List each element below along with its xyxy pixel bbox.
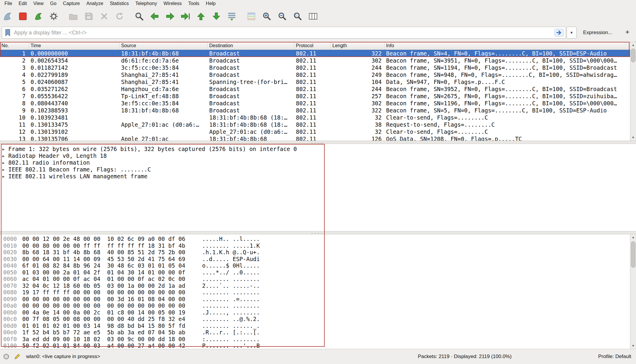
packet-list-scrollbar[interactable]: ▲ ▼ — [630, 42, 636, 141]
packet-row[interactable]: 4 0.022799189 Shanghai_27:85:41 Broadcas… — [0, 71, 636, 78]
menu-file[interactable]: File — [1, 0, 15, 7]
menu-telephony[interactable]: Telephony — [132, 0, 160, 7]
pane-splitter[interactable]: ···· — [0, 231, 636, 234]
reload-file-button[interactable] — [113, 9, 126, 23]
zoom-in-button[interactable] — [260, 9, 274, 23]
expander-icon[interactable]: ▶ — [2, 166, 4, 173]
zoom-original-button[interactable]: 1:1 — [291, 9, 304, 23]
packet-row[interactable]: 11 0.130133475 Apple_27:01:ac (d0:a6:… 1… — [0, 121, 636, 128]
capture-comment-icon[interactable] — [14, 353, 21, 360]
detail-line[interactable]: ▶802.11 radio information — [0, 159, 636, 166]
column-header-protocol[interactable]: Protocol — [294, 42, 331, 50]
column-header-length[interactable]: Length — [331, 42, 385, 50]
scrollbar-thumb[interactable] — [631, 49, 635, 62]
expert-info-icon[interactable] — [4, 354, 9, 359]
scrollbar-thumb[interactable] — [631, 241, 635, 268]
hex-row[interactable]: 00208b 68 18 31 bf 4b 8b 68 40 00 85 51 … — [0, 249, 636, 256]
pane-splitter[interactable]: ···· — [0, 141, 636, 144]
detail-line[interactable]: ▶IEEE 802.11 wireless LAN management fra… — [0, 173, 636, 180]
find-packet-button[interactable] — [132, 9, 146, 23]
detail-line[interactable]: ▶IEEE 802.11 Beacon frame, Flags: ......… — [0, 166, 636, 173]
profile-selector[interactable]: Profile: Default — [598, 354, 632, 360]
scroll-up-icon[interactable]: ▲ — [630, 42, 636, 48]
zoom-out-button[interactable] — [275, 9, 289, 23]
resize-columns-button[interactable] — [306, 9, 320, 23]
hex-row[interactable]: 008019 17 ff ff ff 00 00 00 00 00 00 00 … — [0, 289, 636, 296]
hex-row[interactable]: 005001 03 00 00 2a 01 04 2f 01 04 30 14 … — [0, 269, 636, 276]
go-forward-button[interactable] — [163, 9, 177, 23]
menu-analyze[interactable]: Analyze — [83, 0, 107, 7]
menu-wireless[interactable]: Wireless — [160, 0, 185, 7]
hex-row[interactable]: 001000 00 80 00 00 00 ff ff ff ff ff ff … — [0, 242, 636, 249]
packet-row[interactable]: 12 0.130139102 Apple_27:01:ac (d0:a6:… 8… — [0, 128, 636, 135]
menu-statistics[interactable]: Statistics — [107, 0, 132, 7]
colorize-button[interactable] — [245, 9, 258, 23]
column-header-source[interactable]: Source — [120, 42, 208, 50]
menu-bar: File Edit View Go Capture Analyze Statis… — [0, 0, 636, 7]
stop-capture-button[interactable] — [16, 9, 30, 23]
auto-scroll-button[interactable] — [225, 9, 239, 23]
hex-row[interactable]: 00406f 01 08 82 84 8b 96 24 30 48 6c 03 … — [0, 262, 636, 269]
save-file-button[interactable] — [82, 9, 96, 23]
expression-button[interactable]: Expression... — [581, 28, 615, 37]
detail-line[interactable]: ▶Radiotap Header v0, Length 18 — [0, 152, 636, 159]
column-header-destination[interactable]: Destination — [208, 42, 294, 50]
packet-row[interactable]: 7 0.055536422 Tp-LinkT_ef:48:88 Broadcas… — [0, 93, 636, 100]
hex-row[interactable]: 00f03a ed dd 09 00 10 18 02 03 00 9c 00 … — [0, 336, 636, 343]
menu-go[interactable]: Go — [47, 0, 60, 7]
expander-icon[interactable]: ▶ — [2, 173, 4, 180]
bytes-scrollbar[interactable]: ▲ ▼ — [630, 234, 636, 349]
filter-bookmark-icon[interactable] — [4, 28, 11, 37]
go-last-button[interactable] — [210, 9, 223, 23]
column-header-no[interactable]: No. — [0, 42, 29, 50]
capture-options-button[interactable] — [47, 9, 61, 23]
hex-row[interactable]: 010050 f2 02 01 01 84 00 03 a4 00 00 27 … — [0, 342, 636, 349]
restart-capture-button[interactable] — [31, 9, 45, 23]
scroll-up-icon[interactable]: ▲ — [630, 234, 636, 240]
close-file-button[interactable] — [97, 9, 111, 23]
packet-row[interactable]: 2 0.002654354 d6:61:fe:cd:7a:6e Broadcas… — [0, 57, 636, 64]
menu-view[interactable]: View — [30, 0, 47, 7]
packet-row[interactable]: 6 0.035271262 Hangzhou_cd:7a:6e Broadcas… — [0, 85, 636, 93]
hex-row[interactable]: 00d001 01 01 02 01 00 03 14 98 d8 bd b4 … — [0, 322, 636, 329]
cell-info: Clear-to-send, Flags=........C — [385, 128, 636, 135]
column-header-time[interactable]: Time — [29, 42, 120, 50]
go-first-button[interactable] — [194, 9, 208, 23]
start-capture-button[interactable] — [1, 9, 14, 23]
menu-edit[interactable]: Edit — [15, 0, 30, 7]
hex-row[interactable]: 0060ac 04 01 00 00 0f ac 04 01 00 00 0f … — [0, 276, 636, 282]
scroll-down-icon[interactable]: ▼ — [630, 135, 636, 141]
open-file-button[interactable] — [66, 9, 80, 23]
packet-row[interactable]: 5 0.024060087 Shanghai_27:85:41 Spanning… — [0, 78, 636, 85]
hex-row[interactable]: 00c000 7f 08 05 00 08 00 00 00 00 40 dd … — [0, 316, 636, 322]
filter-apply-icon[interactable] — [554, 29, 564, 36]
hex-row[interactable]: 009000 00 00 00 00 00 00 00 00 3d 16 01 … — [0, 296, 636, 303]
packet-row[interactable]: 3 0.011827142 3c:f5:cc:0e:35:84 Broadcas… — [0, 64, 636, 71]
packet-row[interactable]: 8 0.080443740 3e:f5:cc:0e:35:84 Broadcas… — [0, 100, 636, 107]
hex-row[interactable]: 003000 00 64 00 11 14 00 09 45 53 50 2d … — [0, 256, 636, 263]
packet-row[interactable]: 1 0.000000000 18:31:bf:4b:8b:68 Broadcas… — [0, 50, 636, 57]
display-filter-input[interactable]: Apply a display filter ... <Ctrl-/> — [2, 27, 566, 39]
expander-icon[interactable]: ▶ — [2, 153, 4, 160]
go-back-button[interactable] — [148, 9, 161, 23]
go-to-packet-button[interactable] — [179, 9, 192, 23]
scroll-down-icon[interactable]: ▼ — [630, 343, 636, 349]
detail-line[interactable]: ▶Frame 1: 322 bytes on wire (2576 bits),… — [0, 146, 636, 152]
packet-row[interactable]: 9 0.102388593 18:31:bf:4b:8b:68 Broadcas… — [0, 107, 636, 114]
menu-capture[interactable]: Capture — [60, 0, 83, 7]
expander-icon[interactable]: ▶ — [2, 146, 4, 153]
hex-row[interactable]: 00b000 4a 0e 14 00 0a 00 2c 01 c8 00 14 … — [0, 309, 636, 316]
packet-row[interactable]: 10 0.103923481 18:31:bf:4b:8b:68 (18:… 8… — [0, 114, 636, 121]
arrow-down-icon — [211, 11, 221, 21]
column-header-info[interactable]: Info — [385, 42, 636, 50]
expander-icon[interactable]: ▶ — [2, 160, 4, 166]
add-filter-button[interactable]: + — [622, 28, 632, 37]
hex-ascii: ....*../ ..0..... — [202, 269, 260, 276]
filter-dropdown-button[interactable]: ▾ — [567, 27, 577, 39]
hex-row[interactable]: 00a000 00 00 00 00 00 00 00 00 00 00 00 … — [0, 302, 636, 309]
hex-row[interactable]: 00e01f 52 b4 b5 b7 72 ae e5 5b ab 3a ed … — [0, 329, 636, 336]
hex-row[interactable]: 000000 00 12 00 2e 48 00 00 10 02 6c 09 … — [0, 236, 636, 242]
menu-help[interactable]: Help — [203, 0, 219, 7]
hex-row[interactable]: 007032 04 0c 12 18 60 0b 05 03 00 1a 00 … — [0, 282, 636, 289]
menu-tools[interactable]: Tools — [185, 0, 202, 7]
